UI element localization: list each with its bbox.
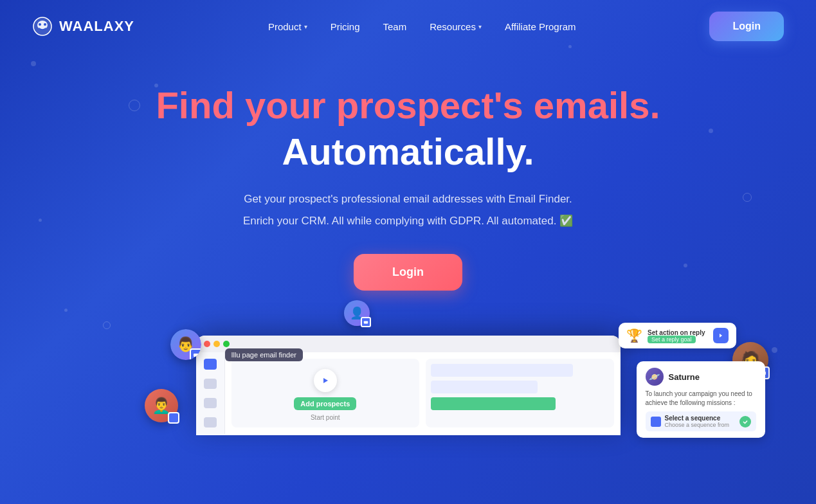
logo-icon xyxy=(32,16,53,37)
nav-resources[interactable]: Resources ▾ xyxy=(421,16,491,37)
app-sidebar xyxy=(196,352,225,434)
nav-affiliate[interactable]: Affiliate Program xyxy=(496,16,585,37)
circle-3 xyxy=(103,321,111,329)
sidebar-icon-4 xyxy=(204,417,217,428)
toast-badge: Set a reply goal xyxy=(648,336,696,343)
saturn-name: Saturne xyxy=(669,372,700,382)
start-point-label: Start point xyxy=(237,414,415,421)
hero-title-line2: Automatically. xyxy=(13,131,803,172)
nav-links: Product ▾ Pricing Team Resources ▾ Affil… xyxy=(259,16,585,37)
app-main-content: Add prospects Start point xyxy=(225,352,621,434)
saturn-header: 🪐 Saturne xyxy=(646,368,756,386)
toast-card: 🏆 Set action on reply Set a reply goal xyxy=(619,323,736,348)
flow-node-1 xyxy=(431,364,573,377)
svg-point-2 xyxy=(39,23,41,26)
window-minimize-dot xyxy=(213,341,220,347)
nav-team[interactable]: Team xyxy=(374,16,416,37)
svg-point-3 xyxy=(44,23,46,26)
play-button[interactable] xyxy=(314,369,337,392)
chevron-down-icon-2: ▾ xyxy=(478,23,482,30)
checkmark-icon xyxy=(739,416,751,428)
sidebar-icon-3 xyxy=(204,398,217,408)
avatar-badge-1 xyxy=(190,348,201,360)
brand-name: WAALAXY xyxy=(59,18,134,35)
navbar: WAALAXY Product ▾ Pricing Team Resources… xyxy=(0,0,816,53)
illu-badge: Illu page email finder xyxy=(225,348,304,361)
sidebar-icon-1 xyxy=(204,359,217,369)
saturn-desc: To launch your campaign you need to achi… xyxy=(646,390,756,408)
app-preview: 👨 👤 👨‍🦱 🧔 🏆 Set action on reply Set a re… xyxy=(0,336,816,435)
action-icon xyxy=(651,417,661,427)
saturn-card: 🪐 Saturne To launch your campaign you ne… xyxy=(637,361,765,438)
avatar-bottom-left: 👨‍🦱 xyxy=(145,389,178,422)
nav-product[interactable]: Product ▾ xyxy=(259,16,316,37)
nav-pricing[interactable]: Pricing xyxy=(322,16,369,37)
nav-login-button[interactable]: Login xyxy=(709,12,784,41)
sidebar-icon-2 xyxy=(204,379,217,389)
flow-nodes xyxy=(431,364,609,410)
avatar-top-center: 👤 xyxy=(344,300,370,326)
flow-node-3 xyxy=(431,397,556,410)
avatar-top-left: 👨 xyxy=(170,329,201,360)
app-panel-right xyxy=(426,359,614,428)
app-content: Add prospects Start point xyxy=(196,352,621,434)
svg-rect-5 xyxy=(363,321,367,324)
chevron-down-icon: ▾ xyxy=(304,23,307,30)
add-prospects-btn[interactable]: Add prospects xyxy=(237,397,415,410)
toast-arrow-btn[interactable] xyxy=(713,328,729,343)
avatar-badge-top xyxy=(361,317,371,327)
hero-subtitle-1: Get your prospect's professional email a… xyxy=(13,190,803,209)
hero-subtitle-2: Enrich your CRM. All while complying wit… xyxy=(13,212,803,231)
app-panel-left: Add prospects Start point xyxy=(231,359,420,428)
saturn-avatar: 🪐 xyxy=(646,368,664,386)
action-text: Select a sequence Choose a sequence from xyxy=(665,415,730,428)
saturn-action: Select a sequence Choose a sequence from xyxy=(646,411,756,431)
toast-content: Set action on reply Set a reply goal xyxy=(648,329,705,343)
hero-section: Find your prospect's emails. Automatical… xyxy=(0,53,816,310)
avatar-badge-bl xyxy=(168,412,179,424)
flow-node-2 xyxy=(431,381,538,393)
hero-title-line1: Find your prospect's emails. xyxy=(13,85,803,126)
window-maximize-dot xyxy=(223,341,230,347)
hero-login-button[interactable]: Login xyxy=(354,254,462,291)
logo[interactable]: WAALAXY xyxy=(32,16,134,37)
toast-line2: Set a reply goal xyxy=(648,336,705,343)
trophy-icon: 🏆 xyxy=(626,328,642,343)
window-close-dot xyxy=(204,341,210,347)
